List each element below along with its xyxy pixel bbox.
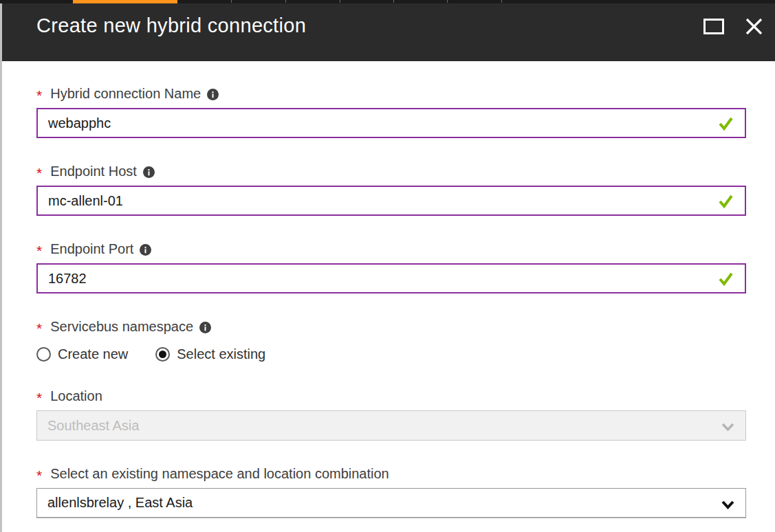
required-marker: * [36, 320, 42, 337]
field-label-text: Endpoint Host [50, 163, 137, 179]
endpoint-host-input[interactable] [36, 186, 746, 216]
field-label: * Select an existing namespace and locat… [36, 465, 746, 482]
info-icon[interactable] [199, 322, 211, 333]
namespace-location-select[interactable]: allenlsbrelay , East Asia [36, 488, 746, 518]
chevron-down-icon [720, 496, 736, 516]
location-select-value: Southeast Asia [47, 418, 139, 434]
active-tab-accent-bar [73, 0, 177, 3]
field-namespace-location-combination: * Select an existing namespace and locat… [36, 465, 746, 518]
field-label-text: Hybrid connection Name [50, 85, 201, 102]
hybrid-connection-name-input[interactable] [36, 108, 746, 138]
tab-divider [285, 0, 286, 3]
field-label: * Hybrid connection Name [36, 85, 746, 102]
maximize-icon[interactable] [703, 19, 724, 34]
endpoint-port-input[interactable] [36, 263, 746, 293]
required-marker: * [36, 243, 42, 259]
location-select: Southeast Asia [36, 410, 746, 441]
radio-label: Create new [58, 346, 128, 362]
required-marker: * [36, 165, 42, 181]
field-endpoint-host: * Endpoint Host [36, 163, 746, 216]
chevron-down-icon [720, 419, 736, 438]
required-marker: * [36, 390, 42, 406]
field-label-text: Location [50, 388, 102, 404]
field-servicebus-namespace: * Servicebus namespace Create new Select… [36, 318, 746, 364]
close-icon[interactable] [745, 17, 763, 36]
page-title: Create new hybrid connection [36, 14, 306, 37]
radio-label: Select existing [177, 346, 265, 362]
field-hybrid-connection-name: * Hybrid connection Name [36, 85, 746, 138]
info-icon[interactable] [140, 244, 151, 256]
blade-header: Create new hybrid connection [0, 3, 775, 61]
field-location: * Location Southeast Asia [36, 388, 746, 441]
field-label: * Servicebus namespace [36, 318, 746, 335]
field-label: * Endpoint Port [36, 241, 746, 257]
tab-divider [231, 0, 232, 3]
servicebus-namespace-radio-group: Create new Select existing [36, 344, 746, 364]
tab-divider [501, 0, 502, 3]
background-tab-strip [0, 0, 775, 3]
tab-divider [393, 0, 394, 3]
background-blade-edge [0, 3, 2, 532]
info-icon[interactable] [143, 166, 155, 178]
tab-divider [447, 0, 448, 3]
radio-circle [36, 347, 51, 362]
field-endpoint-port: * Endpoint Port [36, 241, 746, 293]
field-label: * Endpoint Host [36, 163, 746, 179]
field-label-text: Servicebus namespace [50, 318, 193, 335]
radio-create-new[interactable]: Create new [36, 346, 128, 362]
required-marker: * [36, 467, 42, 484]
required-marker: * [36, 87, 42, 104]
field-label-text: Select an existing namespace and locatio… [50, 465, 389, 482]
namespace-location-select-value: allenlsbrelay , East Asia [47, 495, 193, 511]
create-hybrid-connection-form: * Hybrid connection Name * Endpoint H [0, 61, 775, 532]
radio-select-existing[interactable]: Select existing [155, 346, 265, 362]
info-icon[interactable] [207, 89, 219, 100]
field-label: * Location [36, 388, 746, 404]
tab-divider [340, 0, 340, 3]
field-label-text: Endpoint Port [50, 241, 133, 257]
radio-circle [155, 347, 170, 362]
